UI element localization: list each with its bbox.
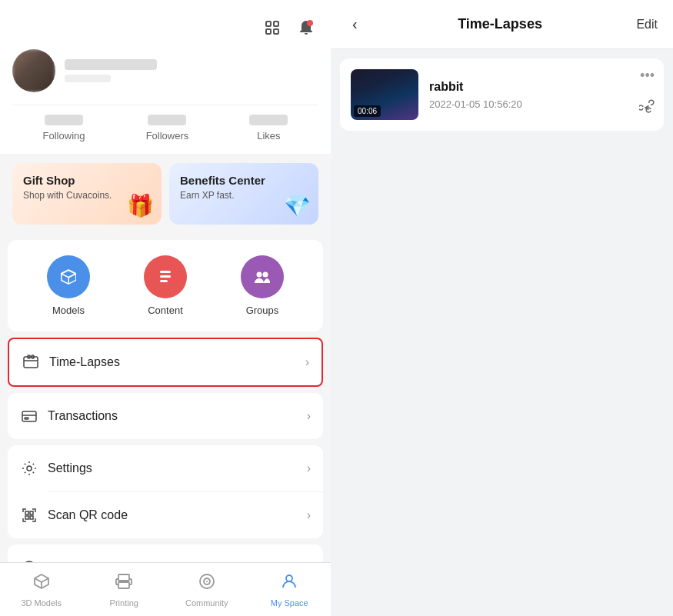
transactions-icon xyxy=(20,407,38,425)
expand-icon[interactable] xyxy=(260,15,285,40)
edit-button[interactable]: Edit xyxy=(636,18,658,32)
left-panel: Following Followers Likes Gift Shop Shop… xyxy=(0,0,331,616)
my-space-tab-label: My Space xyxy=(271,598,308,608)
community-tab-icon xyxy=(198,572,216,595)
svg-rect-10 xyxy=(24,357,38,368)
menu-icons-row: Models Content Groups xyxy=(8,240,323,331)
3d-models-tab-label: 3D Models xyxy=(21,598,62,608)
scan-qr-icon xyxy=(20,506,38,524)
svg-rect-27 xyxy=(118,582,129,588)
svg-rect-5 xyxy=(160,271,171,273)
gift-shop-title: Gift Shop xyxy=(23,174,151,187)
list-item-transactions[interactable]: Transactions › xyxy=(8,393,323,439)
stats-row: Following Followers Likes xyxy=(12,105,318,154)
tab-printing[interactable]: Printing xyxy=(83,572,166,608)
svg-rect-1 xyxy=(274,22,278,26)
list-item-settings[interactable]: Settings › xyxy=(8,445,323,491)
benefits-center-card[interactable]: Benefits Center Earn XP fast. 💎 xyxy=(169,163,318,225)
right-title: Time-Lapses xyxy=(458,16,542,32)
svg-rect-2 xyxy=(266,29,271,34)
svg-point-17 xyxy=(27,466,32,471)
svg-point-4 xyxy=(307,20,313,26)
scan-qr-chevron: › xyxy=(307,508,311,522)
stat-followers-label: Followers xyxy=(146,130,189,142)
header-icons xyxy=(12,15,318,40)
transactions-chevron: › xyxy=(307,409,311,423)
models-icon-circle xyxy=(47,255,90,298)
gift-shop-emoji: 🎁 xyxy=(127,193,154,218)
3d-models-tab-icon xyxy=(32,572,51,595)
stat-following[interactable]: Following xyxy=(43,115,85,142)
stat-followers[interactable]: Followers xyxy=(146,115,189,142)
time-lapses-label: Time-Lapses xyxy=(49,355,305,369)
svg-rect-7 xyxy=(160,280,168,282)
svg-point-8 xyxy=(257,272,262,278)
list-item-time-lapses[interactable]: Time-Lapses › xyxy=(8,338,323,387)
menu-content[interactable]: Content xyxy=(144,255,187,316)
svg-rect-0 xyxy=(266,22,271,26)
bottom-tabs: 3D Models Printing Communit xyxy=(0,562,331,616)
video-duration: 00:06 xyxy=(354,105,381,117)
benefits-emoji: 💎 xyxy=(284,193,311,218)
svg-point-9 xyxy=(263,272,268,278)
video-date: 2022-01-05 10:56:20 xyxy=(429,98,653,110)
back-button[interactable]: ‹ xyxy=(346,12,364,36)
svg-rect-16 xyxy=(25,418,28,419)
video-thumbnail: 00:06 xyxy=(351,69,418,120)
right-panel: ‹ Time-Lapses Edit 00:06 rabbit 2022-01-… xyxy=(331,0,673,616)
settings-label: Settings xyxy=(48,461,307,475)
time-lapses-wrapper: Time-Lapses › xyxy=(8,338,323,387)
settings-chevron: › xyxy=(307,461,311,475)
svg-rect-6 xyxy=(160,275,171,278)
svg-rect-3 xyxy=(274,29,278,34)
stat-following-label: Following xyxy=(43,130,85,142)
tab-community[interactable]: Community xyxy=(165,572,248,608)
community-tab-label: Community xyxy=(185,598,228,608)
transactions-label: Transactions xyxy=(48,409,307,423)
tab-3d-models[interactable]: 3D Models xyxy=(0,572,83,608)
profile-header: Following Followers Likes xyxy=(0,0,331,154)
tab-my-space[interactable]: My Space xyxy=(248,572,332,608)
video-title: rabbit xyxy=(429,80,653,94)
username-area xyxy=(65,59,318,82)
video-actions: ••• xyxy=(639,68,655,118)
share-button[interactable] xyxy=(639,99,655,118)
settings-icon xyxy=(20,459,38,478)
menu-groups[interactable]: Groups xyxy=(241,255,284,316)
transactions-section: Transactions › xyxy=(8,393,323,439)
time-lapses-chevron: › xyxy=(305,355,309,369)
groups-label: Groups xyxy=(246,305,279,316)
benefits-title: Benefits Center xyxy=(180,174,308,187)
printing-tab-label: Printing xyxy=(110,598,138,608)
groups-icon-circle xyxy=(241,255,284,298)
scan-qr-label: Scan QR code xyxy=(48,508,307,522)
svg-point-31 xyxy=(286,575,292,581)
gift-shop-card[interactable]: Gift Shop Shop with Cuvacoins. 🎁 xyxy=(12,163,162,225)
menu-models[interactable]: Models xyxy=(47,255,90,316)
svg-rect-14 xyxy=(22,411,36,421)
svg-rect-26 xyxy=(118,574,129,581)
video-info: rabbit 2022-01-05 10:56:20 xyxy=(429,80,653,110)
right-content: 00:06 rabbit 2022-01-05 10:56:20 ••• xyxy=(331,49,673,616)
stat-likes[interactable]: Likes xyxy=(249,115,288,142)
time-lapses-icon xyxy=(22,353,40,371)
svg-rect-18 xyxy=(25,511,28,514)
content-label: Content xyxy=(148,305,183,316)
svg-rect-20 xyxy=(25,516,28,519)
profile-info xyxy=(12,49,318,92)
svg-rect-19 xyxy=(30,511,33,514)
printing-tab-icon xyxy=(115,572,133,595)
list-item-scan-qr[interactable]: Scan QR code › xyxy=(8,492,323,538)
promo-row: Gift Shop Shop with Cuvacoins. 🎁 Benefit… xyxy=(0,154,331,234)
avatar xyxy=(12,49,55,92)
stat-likes-label: Likes xyxy=(257,130,280,142)
notification-icon[interactable] xyxy=(294,15,318,40)
settings-scan-section: Settings › Scan QR code › xyxy=(8,445,323,538)
my-space-tab-icon xyxy=(280,572,298,595)
svg-rect-21 xyxy=(30,516,33,519)
video-card: 00:06 rabbit 2022-01-05 10:56:20 ••• xyxy=(340,58,664,131)
models-label: Models xyxy=(52,305,85,316)
svg-point-30 xyxy=(206,581,208,582)
more-options-button[interactable]: ••• xyxy=(640,68,655,84)
content-icon-circle xyxy=(144,255,187,298)
